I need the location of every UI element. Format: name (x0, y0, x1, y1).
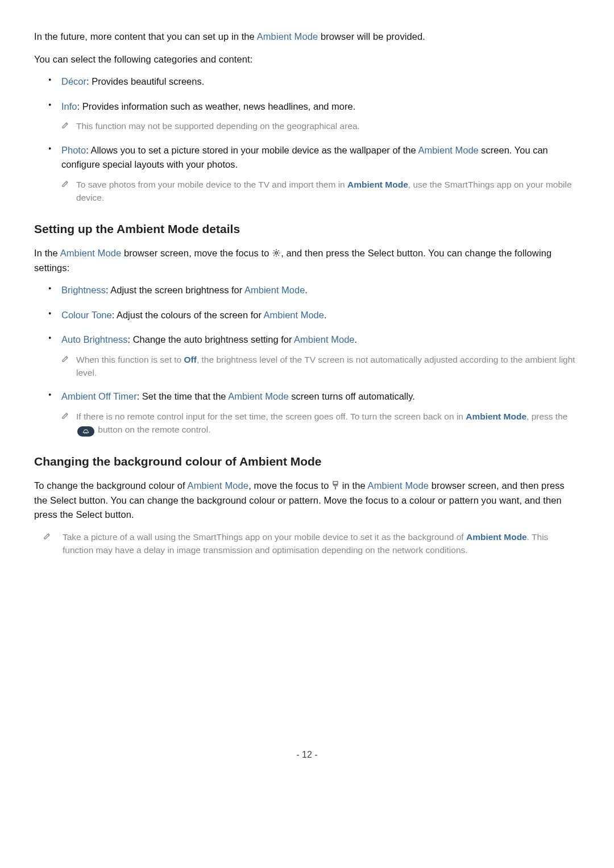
list-item: Info: Provides information such as weath… (34, 99, 580, 133)
colour-tone-link: Colour Tone (61, 310, 112, 320)
info-link: Info (61, 101, 77, 111)
pencil-icon (61, 353, 76, 366)
auto-brightness-link: Auto Brightness (61, 334, 127, 344)
svg-rect-1 (333, 481, 338, 484)
svg-point-0 (275, 252, 277, 254)
settings-list: Brightness: Adjust the screen brightness… (34, 283, 580, 437)
ambient-mode-link: Ambient Mode (264, 310, 324, 320)
note: When this function is set to Off, the br… (61, 353, 580, 380)
note-text: When this function is set to Off, the br… (76, 353, 580, 380)
text: : Allows you to set a picture stored in … (86, 145, 418, 155)
list-item: Colour Tone: Adjust the colours of the s… (34, 308, 580, 323)
intro-paragraph-1: In the future, more content that you can… (34, 30, 580, 44)
text: : Provides information such as weather, … (77, 101, 356, 111)
text: In the future, more content that you can… (34, 31, 257, 41)
ambient-mode-link: Ambient Mode (257, 31, 318, 41)
ambient-mode-link: Ambient Mode (347, 180, 408, 189)
off-label: Off (184, 355, 197, 364)
list-item: Ambient Off Timer: Set the time that the… (34, 389, 580, 437)
list-item: Brightness: Adjust the screen brightness… (34, 283, 580, 298)
list-item: Photo: Allows you to set a picture store… (34, 143, 580, 205)
ambient-mode-link: Ambient Mode (228, 391, 288, 401)
brightness-link: Brightness (61, 285, 106, 295)
page-number: - 12 - (34, 750, 580, 760)
note-text: To save photos from your mobile device t… (76, 178, 580, 205)
heading-background: Changing the background colour of Ambien… (34, 455, 580, 468)
heading-settings: Setting up the Ambient Mode details (34, 222, 580, 236)
pencil-icon (61, 119, 76, 132)
ambient-mode-link: Ambient Mode (244, 285, 305, 295)
list-item: Auto Brightness: Change the auto brightn… (34, 333, 580, 379)
intro-paragraph-2: You can select the following categories … (34, 52, 580, 67)
note-text: Take a picture of a wall using the Smart… (63, 530, 580, 557)
content-category-list: Décor: Provides beautiful screens. Info:… (34, 74, 580, 204)
ambient-mode-link: Ambient Mode (188, 480, 249, 491)
ambient-mode-link: Ambient Mode (60, 248, 122, 258)
note: This function may not be supported depen… (61, 119, 580, 132)
settings-paragraph: In the Ambient Mode browser screen, move… (34, 246, 580, 275)
ambient-button-icon (77, 426, 94, 437)
background-paragraph: To change the background colour of Ambie… (34, 479, 580, 522)
pencil-icon (43, 530, 63, 543)
note-text: This function may not be supported depen… (76, 119, 580, 132)
decor-link: Décor (61, 76, 86, 86)
ambient-mode-link: Ambient Mode (466, 412, 526, 421)
note: Take a picture of a wall using the Smart… (34, 530, 580, 557)
list-item: Décor: Provides beautiful screens. (34, 74, 580, 89)
ambient-mode-link: Ambient Mode (418, 145, 478, 155)
pencil-icon (61, 178, 76, 191)
note: To save photos from your mobile device t… (61, 178, 580, 205)
gear-icon (272, 248, 281, 258)
text: browser will be provided. (318, 31, 425, 41)
ambient-mode-link: Ambient Mode (294, 334, 354, 344)
ambient-off-timer-link: Ambient Off Timer (61, 391, 137, 401)
text: : Provides beautiful screens. (86, 76, 204, 86)
brush-icon (331, 481, 339, 490)
note: If there is no remote control input for … (61, 410, 580, 437)
note-text: If there is no remote control input for … (76, 410, 580, 437)
pencil-icon (61, 410, 76, 423)
ambient-mode-link: Ambient Mode (368, 480, 429, 491)
photo-link: Photo (61, 145, 86, 155)
ambient-mode-link: Ambient Mode (466, 532, 527, 542)
